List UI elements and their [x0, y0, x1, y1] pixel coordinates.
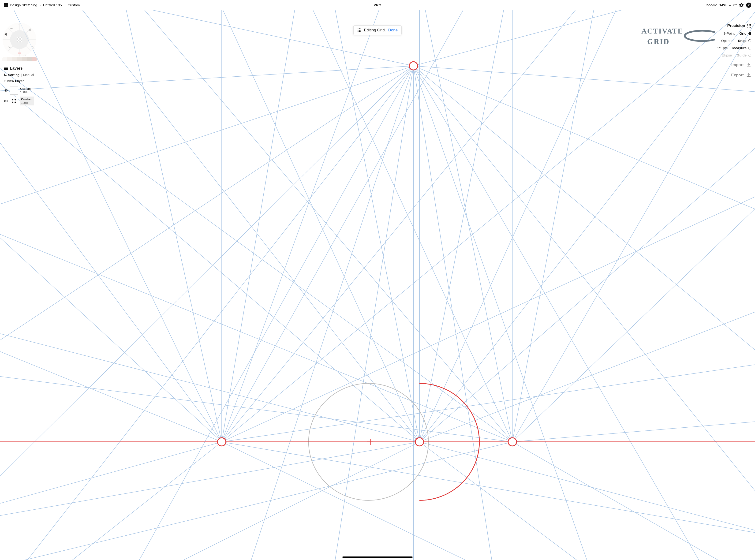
guide-label: Guide [736, 53, 747, 57]
svg-line-39 [300, 10, 513, 442]
measure-indicator [749, 47, 751, 49]
precision-snap-row[interactable]: Options · Snap [717, 39, 751, 43]
export-button[interactable]: Export [717, 73, 751, 78]
visibility-icon[interactable] [4, 100, 8, 102]
grid-dots-icon [12, 99, 16, 103]
perspective-grid [0, 10, 755, 560]
undo-icon[interactable] [3, 32, 9, 37]
breadcrumb: Design Sketching › Untitled 185 › Custom [4, 3, 80, 7]
color-palette[interactable] [2, 57, 37, 61]
precision-guide-row[interactable]: Ellipse · Guide [717, 53, 751, 57]
svg-line-36 [0, 303, 419, 442]
svg-point-129 [5, 101, 6, 102]
gear-icon[interactable] [739, 3, 744, 7]
breadcrumb-file[interactable]: Untitled 185 [43, 3, 62, 7]
svg-rect-107 [17, 38, 18, 40]
rotation-value[interactable]: 0° [733, 3, 737, 7]
svg-line-16 [222, 442, 755, 537]
editing-grid-toast: Editing Grid. Done [353, 25, 402, 35]
layers-sorting[interactable]: Sorting | Manual [4, 73, 44, 77]
svg-rect-105 [18, 37, 19, 38]
svg-line-34 [0, 442, 419, 560]
svg-point-82 [358, 31, 359, 32]
snap-label: Snap [738, 39, 747, 43]
svg-rect-3 [6, 5, 8, 7]
tool-wheel[interactable]: 3.23 10.3 11.8 [2, 22, 37, 57]
svg-rect-110 [21, 40, 22, 41]
measure-sub: 1:1 pts [717, 46, 728, 50]
svg-line-53 [240, 66, 414, 560]
svg-point-85 [747, 24, 748, 25]
svg-point-134 [14, 101, 14, 101]
pro-badge[interactable]: PRO [374, 3, 381, 7]
done-button[interactable]: Done [388, 28, 398, 33]
svg-line-44 [512, 186, 755, 442]
svg-line-23 [60, 10, 419, 442]
grid-label: Grid [739, 32, 747, 35]
svg-rect-124 [18, 53, 21, 54]
svg-point-80 [359, 30, 360, 31]
svg-line-45 [512, 420, 755, 442]
layer-name: Custom [21, 98, 32, 101]
rotation-icon [729, 4, 731, 6]
breadcrumb-leaf[interactable]: Custom [68, 3, 80, 7]
svg-point-72 [508, 438, 516, 446]
svg-rect-109 [18, 40, 19, 41]
help-icon[interactable]: ? [746, 3, 751, 8]
svg-rect-111 [17, 41, 18, 42]
new-layer-button[interactable]: + New Layer [4, 79, 44, 83]
svg-line-46 [512, 442, 755, 560]
svg-point-88 [747, 25, 748, 26]
svg-line-19 [0, 442, 222, 537]
svg-line-61 [413, 66, 755, 420]
svg-point-87 [750, 24, 751, 25]
precision-measure-row[interactable]: 1:1 pts · Measure [717, 46, 751, 50]
svg-point-136 [12, 102, 13, 103]
svg-line-27 [419, 10, 510, 442]
svg-point-83 [359, 31, 360, 32]
canvas[interactable]: Editing Grid. Done Precision 3-Point · G… [0, 10, 755, 560]
zoom-label: Zoom: [706, 3, 717, 7]
precision-panel: Precision 3-Point · Grid Options · Snap … [717, 23, 751, 78]
svg-line-18 [0, 442, 222, 560]
breadcrumb-root[interactable]: Design Sketching [10, 3, 37, 7]
layer-opacity: 100% [20, 91, 31, 94]
topbar: Design Sketching › Untitled 185 › Custom… [0, 0, 755, 10]
snap-indicator [749, 39, 751, 42]
apps-icon[interactable] [4, 3, 8, 7]
svg-line-33 [419, 442, 755, 560]
svg-line-59 [413, 66, 755, 560]
import-button[interactable]: Import [717, 62, 751, 67]
svg-point-131 [14, 99, 14, 100]
guide-indicator [749, 54, 751, 57]
svg-point-71 [415, 438, 424, 446]
svg-point-79 [358, 30, 359, 31]
grid-dots-icon[interactable] [747, 24, 751, 28]
precision-grid-row[interactable]: 3-Point · Grid [717, 32, 751, 35]
home-indicator[interactable] [342, 557, 413, 558]
sort-arrows-icon [4, 73, 6, 77]
visibility-icon[interactable] [4, 89, 8, 92]
layer-thumbnail [10, 86, 18, 95]
zoom-value[interactable]: 14% [719, 3, 727, 7]
svg-rect-108 [19, 38, 21, 40]
svg-rect-99 [18, 38, 19, 40]
svg-rect-102 [19, 40, 21, 41]
svg-rect-104 [21, 41, 22, 42]
svg-line-28 [419, 10, 629, 442]
layer-item[interactable]: Custom 100% [4, 97, 44, 105]
svg-point-133 [12, 101, 13, 101]
layer-thumbnail [10, 97, 18, 105]
guide-sub: Ellipse [721, 53, 732, 57]
layer-opacity: 100% [21, 101, 32, 104]
svg-point-84 [360, 31, 361, 32]
layer-item[interactable]: Custom 100% [4, 86, 44, 95]
svg-rect-106 [21, 37, 22, 38]
svg-line-66 [0, 10, 413, 66]
svg-rect-101 [17, 40, 18, 41]
layers-icon [4, 67, 8, 70]
svg-point-93 [750, 27, 751, 28]
svg-line-51 [0, 66, 413, 560]
svg-point-138 [15, 102, 16, 103]
svg-line-63 [413, 66, 755, 244]
